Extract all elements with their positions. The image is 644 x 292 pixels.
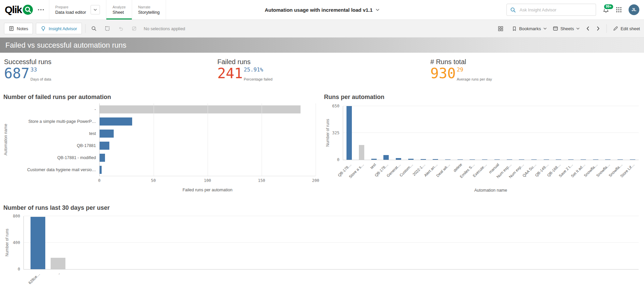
- nav-narrate[interactable]: Narrate Storytelling: [132, 0, 166, 19]
- category-label[interactable]: 628ce…: [28, 272, 41, 285]
- x-tick: 200: [312, 178, 319, 183]
- insight-advisor-button[interactable]: Insight Advisor: [36, 23, 82, 34]
- app-title-text: Automation usage with incremental load v…: [265, 7, 373, 13]
- bar[interactable]: [371, 159, 377, 160]
- bar[interactable]: [383, 155, 389, 160]
- bar[interactable]: [421, 159, 426, 160]
- x-tick: 50: [151, 178, 156, 183]
- category-label[interactable]: test: [11, 128, 99, 140]
- bar[interactable]: [593, 159, 598, 160]
- app-title[interactable]: Automation usage with incremental load v…: [265, 7, 379, 13]
- kpi-title: # Runs total: [430, 58, 492, 66]
- bar[interactable]: [100, 142, 109, 150]
- notes-label: Notes: [17, 26, 28, 31]
- bookmarks-label: Bookmarks: [519, 26, 541, 31]
- bar[interactable]: [31, 217, 45, 269]
- category-label[interactable]: manual: [488, 162, 500, 174]
- bar[interactable]: [408, 159, 414, 160]
- bookmark-icon: [512, 26, 517, 31]
- bar[interactable]: [100, 105, 301, 113]
- kpi-sub-label: Average runs per day: [457, 77, 492, 81]
- notes-button[interactable]: Notes: [4, 23, 33, 34]
- nav-prepare[interactable]: Prepare Data load editor: [49, 0, 106, 19]
- bar[interactable]: [618, 159, 623, 160]
- nav-analyze-sub: Sheet: [112, 10, 125, 15]
- search-input[interactable]: [519, 7, 592, 13]
- bookmarks-button[interactable]: Bookmarks: [512, 26, 547, 31]
- category-label[interactable]: -: [11, 103, 99, 115]
- bar[interactable]: [556, 159, 561, 160]
- bar[interactable]: [494, 159, 500, 160]
- bar[interactable]: [519, 159, 524, 160]
- sheet-title: Failed vs successful automation runs: [5, 41, 126, 50]
- bar[interactable]: [458, 159, 463, 160]
- y-tick: 0: [324, 157, 339, 162]
- clear-selections-icon[interactable]: [129, 23, 139, 34]
- bar[interactable]: [100, 154, 105, 162]
- step-back-icon[interactable]: [116, 23, 126, 34]
- notifications-button[interactable]: 99+: [603, 7, 609, 13]
- chart-failed-runs-per-automation: Number of failed runs per automation Aut…: [3, 94, 322, 192]
- chevron-down-icon: [576, 28, 580, 30]
- bar[interactable]: [100, 130, 114, 138]
- category-label[interactable]: Customer data hygiene mail versio…: [11, 164, 99, 176]
- layout-grid-icon[interactable]: [496, 23, 506, 34]
- previous-sheet-button[interactable]: [586, 25, 590, 32]
- insight-advisor-search[interactable]: [506, 4, 596, 16]
- app-launcher-icon[interactable]: [616, 7, 622, 13]
- prepare-dropdown-button[interactable]: [91, 5, 100, 14]
- sheets-label: Sheets: [560, 26, 574, 31]
- bar[interactable]: [445, 159, 450, 160]
- edit-sheet-button[interactable]: Edit sheet: [613, 26, 640, 31]
- kpi-failed-runs[interactable]: Failed runs 241 25.91% Percentage failed: [217, 58, 272, 81]
- nav-analyze[interactable]: Analyze Sheet: [106, 0, 131, 19]
- bar[interactable]: [433, 159, 438, 160]
- bar[interactable]: [100, 166, 102, 174]
- category-label[interactable]: QB-17881 - modified: [11, 152, 99, 164]
- y-tick: 650: [324, 104, 339, 108]
- kpi-sub-label: Percentage failed: [244, 77, 273, 81]
- bar[interactable]: [605, 159, 610, 160]
- category-label[interactable]: -: [57, 272, 61, 276]
- bar[interactable]: [544, 159, 549, 160]
- kpi-sub-label: Days of data: [31, 77, 51, 81]
- kpi-successful-runs[interactable]: Successful runs 687 33 Days of data: [4, 58, 51, 81]
- selections-tool-icon[interactable]: [102, 23, 112, 34]
- bar[interactable]: [531, 159, 537, 160]
- next-sheet-button[interactable]: [596, 25, 600, 32]
- chart-runs-last-30-days-per-user: Number of runs last 30 days per user Num…: [3, 204, 641, 292]
- bar[interactable]: [581, 159, 586, 160]
- sheets-button[interactable]: Sheets: [553, 26, 580, 31]
- kpi-value: 241: [217, 67, 243, 80]
- notes-icon: [9, 26, 14, 31]
- bar[interactable]: [568, 159, 574, 160]
- chart-canvas: Number of runs0325650QB-178…Store a s…te…: [324, 103, 641, 196]
- x-axis-title: Automation name: [343, 188, 639, 193]
- bar[interactable]: [100, 117, 132, 126]
- qlik-wordmark: Qlik: [5, 4, 22, 15]
- bar[interactable]: [507, 159, 512, 160]
- bar[interactable]: [359, 145, 364, 160]
- category-label[interactable]: test: [370, 162, 377, 170]
- bar[interactable]: [470, 159, 475, 160]
- x-axis-ticks: 050100150200: [99, 176, 316, 184]
- kpi-runs-total[interactable]: # Runs total 930 29 Average runs per day: [430, 58, 492, 81]
- bar[interactable]: [51, 258, 65, 269]
- nav-prepare-label: Prepare: [55, 5, 86, 9]
- qlik-logo[interactable]: Qlik: [5, 4, 33, 15]
- category-label[interactable]: Store a simple multi-page PowerP…: [11, 115, 99, 128]
- search-icon: [510, 7, 516, 13]
- more-menu-icon[interactable]: [38, 9, 44, 11]
- bar[interactable]: [482, 159, 487, 160]
- plot-area: [343, 106, 639, 160]
- kpi-title: Successful runs: [4, 58, 51, 66]
- divider: [606, 24, 607, 33]
- bar[interactable]: [346, 106, 352, 160]
- category-label[interactable]: QB-17881: [11, 140, 99, 152]
- bar[interactable]: [630, 159, 635, 160]
- bar[interactable]: [396, 158, 401, 160]
- chart-runs-per-automation: Runs per automation Number of runs032565…: [324, 94, 641, 196]
- category-label[interactable]: delete: [453, 162, 463, 173]
- avatar[interactable]: JL: [629, 4, 639, 15]
- search-selections-icon[interactable]: [89, 23, 99, 34]
